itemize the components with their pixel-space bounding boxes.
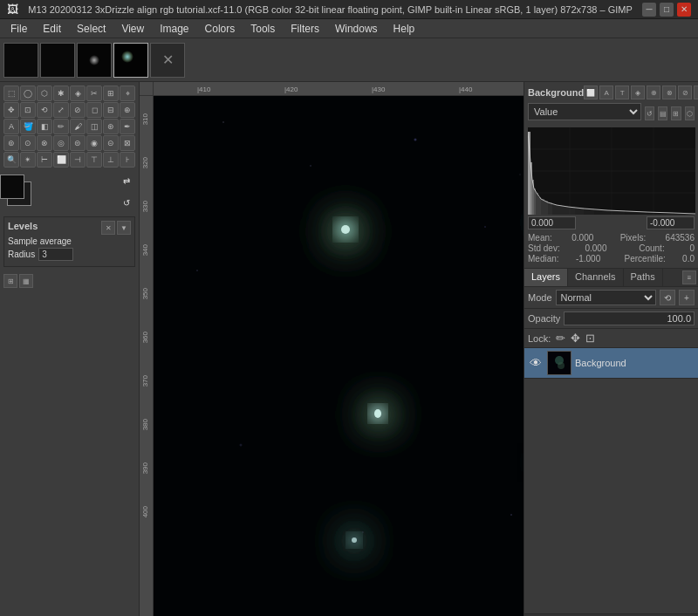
swap-colors-button[interactable]: ⇄ (123, 176, 130, 186)
tool-rotate[interactable]: ⟲ (37, 102, 52, 118)
canvas-viewport[interactable] (154, 96, 524, 616)
tool-paths[interactable]: ✴ (20, 152, 36, 168)
hist-btn-6[interactable]: ⊗ (662, 86, 676, 99)
lock-pixels-icon[interactable]: ✏ (556, 332, 565, 345)
tool-clone[interactable]: ⊙ (20, 135, 36, 151)
tool-select-by-color[interactable]: ◈ (70, 86, 86, 101)
tool-cage[interactable]: ⬜ (53, 152, 69, 168)
minimize-button[interactable]: ─ (642, 3, 656, 17)
tool-measure[interactable]: ⊝ (103, 135, 119, 151)
tool-scissors[interactable]: ✂ (86, 86, 102, 101)
channel-select[interactable]: Value Red Green Blue Alpha Luminance (528, 103, 641, 120)
tool-options-area: ⊞ ▦ (0, 270, 139, 295)
hist-btn-5[interactable]: ⊕ (647, 86, 660, 99)
layers-icon[interactable]: ▦ (19, 274, 33, 288)
levels-expand[interactable]: ▼ (117, 221, 131, 235)
tool-crop[interactable]: ⊡ (20, 102, 36, 118)
mode-select[interactable]: Normal Dissolve Multiply Screen (556, 290, 656, 305)
tool-text[interactable]: A (3, 119, 19, 134)
tool-heal[interactable]: ⊚ (3, 135, 19, 151)
layer-chain-btn[interactable]: ⟲ (660, 290, 675, 305)
thumb-4[interactable] (113, 43, 148, 78)
lock-position-icon[interactable]: ✥ (571, 332, 580, 345)
channels-icon[interactable]: ⊞ (3, 274, 17, 288)
svg-rect-45 (562, 206, 568, 215)
hist-expand2[interactable]: ⬡ (685, 106, 695, 120)
tool-dodge-burn[interactable]: ◉ (86, 135, 102, 151)
thumb-close[interactable]: ✕ (150, 43, 185, 78)
levels-close[interactable]: ✕ (101, 221, 115, 235)
thumb-3[interactable] (77, 43, 112, 78)
menu-tools[interactable]: Tools (243, 21, 282, 37)
hist-btn-7[interactable]: ⊘ (678, 86, 692, 99)
thumb-1[interactable] (3, 43, 38, 78)
menu-help[interactable]: Help (387, 21, 422, 37)
maximize-button[interactable]: □ (660, 3, 674, 17)
tool-flip[interactable]: ⊟ (103, 102, 119, 118)
layer-background[interactable]: 👁 Background (524, 348, 698, 379)
opacity-input[interactable] (564, 311, 695, 325)
tool-zoom[interactable]: 🔍 (3, 152, 19, 168)
menu-image[interactable]: Image (153, 21, 195, 37)
hist-log[interactable]: ⊞ (671, 106, 681, 120)
tool-paintbrush[interactable]: 🖌 (70, 119, 86, 134)
tool-eraser[interactable]: ◫ (86, 119, 102, 134)
tool-free-select[interactable]: ⬡ (37, 86, 52, 101)
tool-warp[interactable]: ⊢ (37, 152, 52, 168)
close-button[interactable]: ✕ (677, 3, 691, 17)
tool-smudge[interactable]: ⊜ (70, 135, 86, 151)
astro-image[interactable] (154, 96, 524, 616)
menu-select[interactable]: Select (70, 21, 113, 37)
tool-scale[interactable]: ⤢ (53, 102, 69, 118)
tool-airbrush[interactable]: ⊛ (103, 119, 119, 134)
tool-ink[interactable]: ✒ (120, 119, 135, 134)
tool-extra2[interactable]: ⊥ (103, 152, 119, 168)
menu-view[interactable]: View (114, 21, 151, 37)
hist-range-min[interactable]: 0.000 (528, 216, 576, 229)
menu-edit[interactable]: Edit (36, 21, 68, 37)
layer-visibility-icon[interactable]: 👁 (528, 356, 544, 370)
tab-paths[interactable]: Paths (624, 269, 663, 286)
ruler-num-410: |410 (197, 86, 210, 93)
hist-range-max[interactable]: -0.000 (647, 216, 695, 229)
tool-colorpicker[interactable]: ⊠ (120, 135, 135, 151)
tool-blend[interactable]: ◧ (37, 119, 52, 134)
tab-layers[interactable]: Layers (524, 269, 568, 286)
layer-new-btn[interactable]: + (679, 290, 695, 305)
tool-shear[interactable]: ⊘ (70, 102, 86, 118)
menu-file[interactable]: File (3, 21, 34, 37)
hist-btn-3[interactable]: T (615, 86, 629, 99)
tool-blur-sharpen[interactable]: ◎ (53, 135, 69, 151)
tool-fuzzy-select[interactable]: ✱ (53, 86, 69, 101)
lock-alpha-icon[interactable]: ⊡ (585, 332, 595, 345)
hist-btn-8[interactable]: ⊙ (694, 86, 698, 99)
tool-extra1[interactable]: ⊤ (86, 152, 102, 168)
tool-bucket-fill[interactable]: 🪣 (20, 119, 36, 134)
tool-rect-select[interactable]: ⬚ (3, 86, 19, 101)
layers-menu[interactable]: ≡ (682, 270, 696, 284)
tool-perspective-clone[interactable]: ⊗ (37, 135, 52, 151)
hist-linear[interactable]: ▤ (658, 106, 667, 120)
svg-rect-43 (552, 204, 557, 215)
hist-btn-4[interactable]: ◈ (631, 86, 645, 99)
menu-windows[interactable]: Windows (328, 21, 385, 37)
tool-foreground-select[interactable]: ⊞ (103, 86, 119, 101)
thumb-2[interactable] (40, 43, 75, 78)
menu-filters[interactable]: Filters (284, 21, 326, 37)
foreground-color-swatch[interactable] (0, 175, 24, 199)
tool-extra3[interactable]: ⊦ (120, 152, 135, 168)
tool-pencil[interactable]: ✏ (53, 119, 69, 134)
hist-btn-2[interactable]: A (599, 86, 613, 99)
tab-channels[interactable]: Channels (568, 269, 623, 286)
hist-refresh[interactable]: ↺ (645, 106, 654, 120)
tool-ellipse-select[interactable]: ◯ (20, 86, 36, 101)
reset-colors-button[interactable]: ↺ (123, 198, 130, 208)
tool-perspective[interactable]: ◻ (86, 102, 102, 118)
tool-move[interactable]: ✥ (3, 102, 19, 118)
tool-unified-transform[interactable]: ⊣ (70, 152, 86, 168)
tool-handle-transform[interactable]: ⊕ (120, 102, 135, 118)
hist-btn-1[interactable]: ⬜ (584, 86, 598, 99)
radius-input[interactable] (38, 248, 73, 261)
tool-align[interactable]: ⌖ (120, 86, 135, 101)
menu-colors[interactable]: Colors (198, 21, 243, 37)
